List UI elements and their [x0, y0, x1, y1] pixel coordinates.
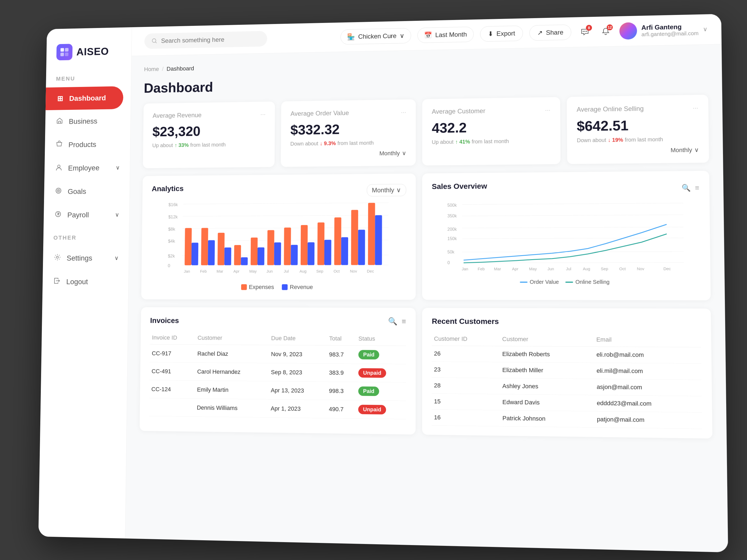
- share-button[interactable]: ↗ Share: [529, 25, 571, 41]
- svg-text:0: 0: [447, 260, 450, 265]
- table-row: CC-491 Carol Hernandez Sep 8, 2023 383.9…: [149, 362, 406, 382]
- sidebar-item-label: Employee: [68, 164, 100, 172]
- sidebar-item-logout[interactable]: Logout: [43, 270, 129, 294]
- monthly-label: Monthly: [379, 150, 400, 157]
- status-badge: Paid: [358, 350, 379, 359]
- invoices-table-card: Invoices 🔍 ≡ Invoice ID Customer Due Dat…: [139, 307, 416, 435]
- svg-text:Jan: Jan: [462, 267, 468, 271]
- change-text: from last month: [337, 140, 374, 146]
- legend-revenue: Revenue: [282, 284, 313, 291]
- svg-text:0: 0: [168, 263, 170, 268]
- store-icon: 🏪: [347, 33, 355, 41]
- sidebar-item-dashboard[interactable]: ⊞ Dashboard: [46, 86, 124, 110]
- svg-text:Feb: Feb: [200, 269, 207, 273]
- svg-rect-1: [65, 48, 68, 52]
- dashboard-icon: ⊞: [56, 95, 64, 103]
- status-badge: Unpaid: [358, 405, 386, 415]
- filter-button[interactable]: 🏪 Chicken Cure ∨: [341, 28, 411, 45]
- online-selling-color: [566, 282, 573, 283]
- customers-header: Recent Customers: [432, 317, 701, 327]
- business-icon: [55, 117, 64, 126]
- svg-line-71: [462, 227, 683, 228]
- change-text: from last month: [190, 141, 226, 148]
- up-arrow-icon: Up about: [152, 142, 173, 149]
- filter-icon[interactable]: ≡: [695, 184, 699, 192]
- sales-overview-header: Sales Overview 🔍 ≡: [432, 180, 699, 197]
- analytics-monthly-select[interactable]: Monthly ∨: [367, 184, 406, 196]
- search-input[interactable]: [161, 35, 260, 45]
- svg-rect-2: [60, 53, 64, 56]
- date-button[interactable]: 📅 Last Month: [417, 27, 474, 43]
- sidebar-item-payroll[interactable]: Payroll ∨: [44, 203, 129, 227]
- line-chart-svg: 500k 350k 200k 150k 50k 0: [432, 200, 700, 276]
- chat-notification-button[interactable]: 8: [578, 25, 592, 39]
- svg-text:Sep: Sep: [316, 269, 323, 273]
- metric-card-customer: Average Customer ··· 432.2 Up about ↑ 41…: [422, 97, 561, 166]
- svg-line-70: [462, 215, 683, 216]
- svg-rect-49: [368, 203, 375, 265]
- sales-chart-title: Sales Overview: [432, 182, 487, 191]
- search-icon[interactable]: 🔍: [681, 184, 691, 192]
- invoice-id: CC-917: [150, 344, 195, 363]
- filter-icon[interactable]: ≡: [402, 317, 406, 326]
- col-customer: Customer: [195, 331, 269, 345]
- search-box[interactable]: [144, 31, 267, 49]
- table-row: 15 Edward Davis edddd23@mail.com: [432, 393, 702, 412]
- svg-rect-31: [217, 233, 225, 265]
- chat-badge: 8: [586, 25, 592, 31]
- customer-name: Dennis Williams: [195, 399, 269, 418]
- svg-rect-43: [317, 222, 325, 265]
- more-options-button[interactable]: ···: [260, 110, 266, 118]
- col-customer-id: Customer ID: [432, 332, 500, 346]
- more-options-button[interactable]: ···: [693, 104, 698, 112]
- due-date: Apr 1, 2023: [268, 399, 327, 418]
- breadcrumb-home[interactable]: Home: [144, 66, 159, 73]
- svg-rect-42: [308, 242, 314, 265]
- customer-name: Emily Martin: [195, 380, 269, 399]
- sidebar-item-label: Payroll: [67, 211, 89, 219]
- change-pct: ↓ 9.3%: [320, 140, 336, 146]
- svg-text:May: May: [249, 269, 257, 273]
- sidebar-item-goals[interactable]: Goals: [44, 179, 130, 204]
- customer-name: Elizabeth Roberts: [500, 346, 594, 363]
- metric-card-order: Average Order Value ··· $332.32 Down abo…: [281, 99, 416, 167]
- col-total: Total: [327, 332, 356, 346]
- order-value-label: Order Value: [530, 279, 559, 285]
- sidebar-item-employee[interactable]: Employee ∨: [44, 156, 130, 180]
- more-options-button[interactable]: ···: [401, 108, 406, 116]
- customer-email: eli.rob@mail.com: [594, 347, 701, 364]
- svg-text:Feb: Feb: [478, 267, 485, 271]
- svg-rect-38: [274, 242, 281, 265]
- svg-point-10: [56, 256, 58, 259]
- total: 998.3: [327, 381, 356, 400]
- more-options-button[interactable]: ···: [545, 106, 551, 114]
- col-customer: Customer: [500, 332, 594, 346]
- share-label: Share: [546, 29, 563, 36]
- customer-id: 28: [432, 378, 500, 394]
- svg-rect-30: [208, 240, 215, 265]
- change-text: from last month: [625, 136, 663, 143]
- svg-point-8: [58, 190, 59, 191]
- user-menu-chevron[interactable]: ∨: [703, 26, 707, 33]
- export-button[interactable]: ⬇ Export: [480, 26, 523, 42]
- svg-rect-47: [351, 210, 358, 265]
- svg-point-5: [58, 165, 60, 168]
- search-icon[interactable]: 🔍: [388, 317, 397, 326]
- breadcrumb-current: Dashboard: [166, 65, 194, 72]
- date-label: Last Month: [435, 31, 467, 39]
- sidebar-item-products[interactable]: Products: [45, 132, 130, 157]
- svg-text:Apr: Apr: [512, 267, 518, 271]
- table-row: 23 Elizabeth Miller eli.mil@mail.com: [432, 362, 702, 380]
- user-info: Arfi Ganteng arfi.ganteng@mail.com: [641, 23, 698, 37]
- invoices-title: Invoices: [150, 316, 179, 325]
- sidebar-item-business[interactable]: Business: [45, 109, 131, 133]
- metric-change: Up about ↑ 33% from last month: [152, 141, 265, 149]
- svg-point-14: [586, 31, 587, 32]
- other-label: OTHER: [43, 226, 129, 246]
- sidebar-item-settings[interactable]: Settings ∨: [43, 246, 129, 270]
- svg-rect-41: [301, 225, 308, 265]
- analytics-chart-title: Analytics: [152, 185, 184, 193]
- metric-value: $642.51: [577, 116, 699, 134]
- bell-notification-button[interactable]: 12: [598, 24, 613, 38]
- status-badge: Paid: [358, 386, 379, 396]
